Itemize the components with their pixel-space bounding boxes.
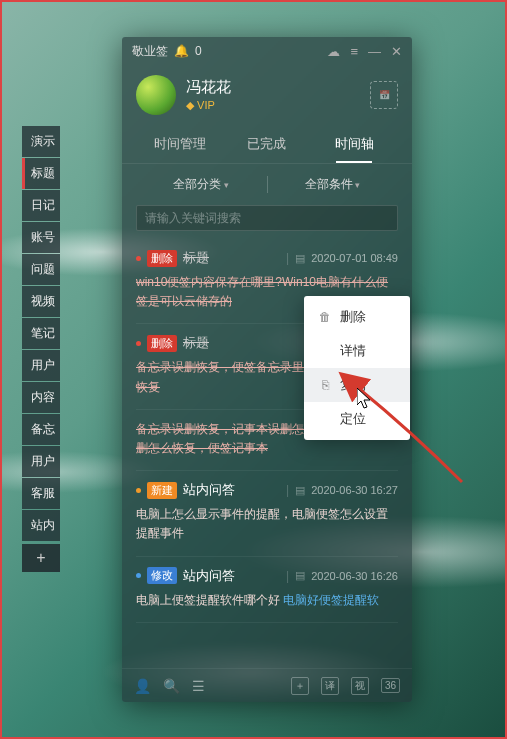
search-input[interactable]: [145, 211, 389, 225]
ctx-delete[interactable]: 🗑 删除: [304, 300, 410, 334]
sidebar-item[interactable]: 标题: [22, 158, 60, 189]
filter-condition[interactable]: 全部条件: [268, 176, 399, 193]
item-title: 标题: [183, 334, 209, 352]
badge-new: 新建: [147, 482, 177, 499]
sidebar-item[interactable]: 站内: [22, 510, 60, 541]
search-icon[interactable]: 🔍: [163, 678, 180, 694]
sidebar-add-button[interactable]: +: [22, 544, 60, 572]
ctx-label: 定位: [340, 410, 366, 428]
sidebar-item[interactable]: 客服: [22, 478, 60, 509]
tab-time-manage[interactable]: 时间管理: [136, 129, 223, 163]
item-body: 电脑上怎么显示事件的提醒，电脑便签怎么设置提醒事件: [136, 505, 398, 543]
badge-modify: 修改: [147, 567, 177, 584]
separator: |: [286, 569, 289, 583]
minimize-icon[interactable]: ―: [368, 44, 381, 59]
filter-category[interactable]: 全部分类: [136, 176, 267, 193]
context-menu: 🗑 删除 详情 ⎘ 复制 定位: [304, 296, 410, 440]
vip-badge: VIP: [186, 99, 231, 112]
separator: |: [286, 251, 289, 265]
sidebar-item[interactable]: 账号: [22, 222, 60, 253]
translate-icon[interactable]: 译: [321, 677, 339, 695]
tab-completed[interactable]: 已完成: [223, 129, 310, 163]
doc-icon: ▤: [295, 252, 305, 265]
badge-delete: 删除: [147, 250, 177, 267]
user-name: 冯花花: [186, 78, 231, 97]
item-body: 电脑上便签提醒软件哪个好 电脑好便签提醒软: [136, 591, 398, 610]
sidebar-item[interactable]: 问题: [22, 254, 60, 285]
ctx-detail[interactable]: 详情: [304, 334, 410, 368]
close-icon[interactable]: ✕: [391, 44, 402, 59]
sidebar: 演示 标题 日记 账号 问题 视频 笔记 用户 内容 备忘 用户 客服 站内 +: [22, 126, 60, 572]
doc-icon: ▤: [295, 569, 305, 582]
doc-icon: ▤: [295, 484, 305, 497]
ctx-label: 删除: [340, 308, 366, 326]
tabs: 时间管理 已完成 时间轴: [122, 129, 412, 164]
user-icon[interactable]: 👤: [134, 678, 151, 694]
status-dot: [136, 256, 141, 261]
item-title: 标题: [183, 249, 209, 267]
search-box[interactable]: [136, 205, 398, 231]
notification-count: 0: [195, 44, 202, 58]
sidebar-item[interactable]: 内容: [22, 382, 60, 413]
copy-icon: ⎘: [318, 378, 332, 392]
bell-icon[interactable]: 🔔: [174, 44, 189, 58]
cloud-icon[interactable]: ☁: [327, 44, 340, 59]
ctx-label: 详情: [340, 342, 366, 360]
sidebar-item[interactable]: 用户: [22, 350, 60, 381]
sidebar-item[interactable]: 用户: [22, 446, 60, 477]
tab-timeline[interactable]: 时间轴: [311, 129, 398, 163]
status-dot: [136, 488, 141, 493]
add-icon[interactable]: ＋: [291, 677, 309, 695]
sidebar-item[interactable]: 日记: [22, 190, 60, 221]
calendar-small-icon[interactable]: ☰: [192, 678, 205, 694]
item-time: 2020-06-30 16:26: [311, 570, 398, 582]
timeline-item[interactable]: 新建 站内问答 | ▤ 2020-06-30 16:27 电脑上怎么显示事件的提…: [136, 471, 398, 556]
sidebar-item[interactable]: 笔记: [22, 318, 60, 349]
sidebar-item[interactable]: 备忘: [22, 414, 60, 445]
item-time: 2020-07-01 08:49: [311, 252, 398, 264]
separator: |: [286, 483, 289, 497]
view-icon[interactable]: 视: [351, 677, 369, 695]
badge-delete: 删除: [147, 335, 177, 352]
sidebar-item[interactable]: 视频: [22, 286, 60, 317]
app-name: 敬业签: [132, 43, 168, 60]
item-time: 2020-06-30 16:27: [311, 484, 398, 496]
menu-icon[interactable]: ≡: [350, 44, 358, 59]
status-dot: [136, 341, 141, 346]
cursor-icon: [357, 388, 375, 412]
count-badge: 36: [381, 678, 400, 693]
timeline-item[interactable]: 修改 站内问答 | ▤ 2020-06-30 16:26 电脑上便签提醒软件哪个…: [136, 557, 398, 623]
calendar-icon[interactable]: 📅: [370, 81, 398, 109]
sidebar-item[interactable]: 演示: [22, 126, 60, 157]
item-title: 站内问答: [183, 567, 235, 585]
filter-row: 全部分类 全部条件: [122, 164, 412, 201]
link-text[interactable]: 电脑好便签提醒软: [283, 593, 379, 607]
avatar[interactable]: [136, 75, 176, 115]
bottom-toolbar: 👤 🔍 ☰ ＋ 译 视 36: [122, 668, 412, 702]
titlebar: 敬业签 🔔 0 ☁ ≡ ― ✕: [122, 37, 412, 65]
profile-section: 冯花花 VIP 📅: [122, 65, 412, 129]
status-dot: [136, 573, 141, 578]
trash-icon: 🗑: [318, 310, 332, 324]
item-title: 站内问答: [183, 481, 235, 499]
